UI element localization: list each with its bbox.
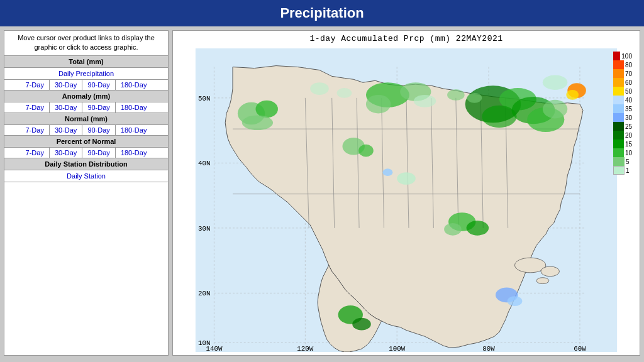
legend-label-5: 5 (626, 158, 630, 165)
section-percent: Percent of Normal (4, 136, 168, 148)
map-svg: 50N 40N 30N 20N 10N 140W 120W 100W 80W 6… (179, 48, 633, 352)
svg-text:60W: 60W (574, 345, 586, 352)
daily-precipitation-row: Daily Precipitation (4, 68, 168, 80)
percent-90day-link[interactable]: 90-Day (82, 148, 115, 158)
legend-color-80 (613, 60, 624, 69)
daily-station-row: Daily Station (4, 170, 168, 182)
legend-item-20: 20 (613, 131, 632, 140)
svg-text:20N: 20N (198, 290, 211, 297)
svg-point-51 (414, 95, 436, 107)
legend-label-100: 100 (621, 53, 632, 60)
anomaly-7day-link[interactable]: 7-Day (21, 102, 50, 112)
anomaly-multi-row: 7-Day 30-Day 90-Day 180-Day (4, 102, 168, 113)
svg-text:100W: 100W (389, 345, 405, 352)
legend-item-30: 30 (613, 113, 632, 122)
svg-text:40N: 40N (198, 160, 211, 167)
legend-color-10 (613, 148, 624, 157)
legend-item-15: 15 (613, 140, 632, 148)
svg-point-21 (541, 266, 560, 277)
percent-7day-link[interactable]: 7-Day (21, 148, 50, 158)
section-total: Total (mm) (4, 56, 168, 68)
map-inner: 1-day Accumulated Prcp (mm) 22MAY2021 (173, 31, 640, 355)
legend-label-1: 1 (626, 167, 630, 174)
legend-color-5 (613, 157, 625, 166)
legend-color-70 (613, 69, 624, 78)
legend-item-1: 1 (613, 166, 632, 175)
normal-90day-link[interactable]: 90-Day (82, 125, 115, 135)
legend-item-25: 25 (613, 122, 632, 131)
legend-item-70: 70 (613, 69, 632, 78)
normal-multi-row: 7-Day 30-Day 90-Day 180-Day (4, 125, 168, 136)
legend-color-60 (613, 78, 624, 87)
svg-text:80W: 80W (482, 345, 495, 352)
svg-point-38 (358, 145, 374, 157)
svg-point-28 (366, 95, 391, 114)
legend-label-30: 30 (625, 114, 632, 121)
map-container: 1-day Accumulated Prcp (mm) 22MAY2021 (172, 30, 640, 356)
svg-point-25 (242, 115, 273, 130)
svg-point-47 (508, 296, 523, 306)
total-7day-link[interactable]: 7-Day (21, 80, 50, 90)
svg-point-22 (536, 278, 549, 284)
svg-point-48 (543, 75, 567, 90)
legend-label-50: 50 (625, 88, 632, 95)
total-30day-link[interactable]: 30-Day (50, 80, 82, 90)
svg-point-43 (383, 168, 393, 176)
legend-color-30 (613, 113, 624, 122)
normal-180day-link[interactable]: 180-Day (116, 125, 152, 135)
page-header: Precipitation (0, 0, 644, 26)
legend-color-25 (613, 122, 624, 131)
svg-point-36 (566, 90, 579, 100)
legend-item-100: 100 (613, 52, 632, 60)
svg-text:50N: 50N (198, 95, 211, 102)
legend-item-80: 80 (613, 60, 632, 69)
svg-point-49 (310, 82, 329, 95)
map-svg-area: 50N 40N 30N 20N 10N 140W 120W 100W 80W 6… (179, 48, 633, 352)
daily-station-link[interactable]: Daily Station (64, 172, 108, 180)
svg-point-34 (543, 100, 567, 119)
total-90day-link[interactable]: 90-Day (82, 80, 115, 90)
anomaly-180day-link[interactable]: 180-Day (116, 102, 152, 112)
daily-precipitation-link[interactable]: Daily Precipitation (56, 69, 116, 78)
legend-item-60: 60 (613, 78, 632, 87)
legend-color-35 (613, 104, 624, 113)
svg-text:30N: 30N (198, 225, 211, 233)
percent-180day-link[interactable]: 180-Day (116, 148, 152, 158)
legend-label-40: 40 (625, 97, 632, 104)
percent-multi-row: 7-Day 30-Day 90-Day 180-Day (4, 148, 168, 158)
legend-color-40 (613, 96, 624, 104)
svg-point-32 (482, 106, 516, 128)
legend-label-10: 10 (625, 150, 632, 156)
svg-point-42 (444, 223, 462, 236)
legend-label-35: 35 (625, 106, 632, 112)
total-180day-link[interactable]: 180-Day (116, 80, 152, 90)
section-anomaly: Anomaly (mm) (4, 90, 168, 102)
legend-item-10: 10 (613, 148, 632, 157)
legend-color-20 (613, 131, 624, 140)
svg-text:120W: 120W (297, 345, 313, 352)
svg-point-45 (352, 318, 371, 331)
normal-30day-link[interactable]: 30-Day (50, 125, 82, 135)
normal-7day-link[interactable]: 7-Day (21, 125, 50, 135)
anomaly-90day-link[interactable]: 90-Day (82, 102, 115, 112)
svg-point-53 (467, 93, 482, 103)
total-multi-row: 7-Day 30-Day 90-Day 180-Day (4, 80, 168, 90)
section-station: Daily Station Distribution (4, 158, 168, 170)
legend-label-70: 70 (625, 70, 632, 77)
svg-point-41 (467, 221, 489, 236)
legend-item-40: 40 (613, 96, 632, 104)
svg-point-39 (397, 172, 416, 185)
legend-color-100 (613, 52, 620, 60)
legend-label-20: 20 (625, 132, 632, 139)
legend-color-15 (613, 140, 624, 148)
map-title: 1-day Accumulated Prcp (mm) 22MAY2021 (173, 31, 640, 45)
anomaly-30day-link[interactable]: 30-Day (50, 102, 82, 112)
legend-color-1 (613, 166, 625, 175)
legend-item-50: 50 (613, 87, 632, 96)
info-text: Move cursor over product links to displa… (4, 31, 168, 56)
svg-text:140W: 140W (206, 345, 222, 352)
percent-30day-link[interactable]: 30-Day (50, 148, 82, 158)
legend-label-25: 25 (625, 123, 632, 130)
legend-label-60: 60 (625, 79, 632, 86)
legend-label-15: 15 (625, 141, 632, 148)
